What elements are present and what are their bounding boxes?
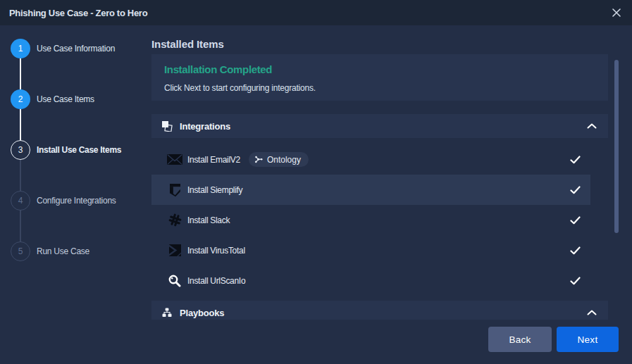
- banner-subtitle: Click Next to start configuring integrat…: [164, 83, 316, 93]
- step-circle-2[interactable]: 2: [11, 89, 30, 109]
- item-label: Install Slack: [187, 215, 230, 225]
- installed-check-icon: [569, 245, 581, 256]
- item-label: Install EmailV2: [187, 155, 240, 165]
- urlscanio-logo-icon: [167, 273, 182, 289]
- scrollbar[interactable]: [614, 60, 619, 233]
- item-row-siemplify[interactable]: Install Siemplify: [151, 175, 590, 205]
- step-label-4[interactable]: Configure Integrations: [37, 196, 116, 206]
- ontology-icon: [254, 156, 263, 163]
- step-number: 3: [18, 145, 23, 155]
- step-circle-1[interactable]: 1: [11, 39, 30, 58]
- section-header-integrations[interactable]: Integrations: [151, 114, 608, 138]
- virustotal-logo-icon: [167, 243, 182, 258]
- badge-label: Ontology: [267, 155, 301, 165]
- ontology-badge[interactable]: Ontology: [249, 152, 309, 167]
- item-row-virustotal[interactable]: Install VirusTotal: [151, 235, 590, 265]
- step-number: 4: [18, 196, 23, 206]
- close-icon[interactable]: [608, 4, 624, 20]
- step-label-5[interactable]: Run Use Case: [37, 246, 89, 256]
- section-label: Integrations: [180, 121, 230, 132]
- item-label: Install UrlScanIo: [187, 276, 245, 286]
- back-button[interactable]: Back: [488, 327, 552, 352]
- section-label: Playbooks: [180, 308, 224, 318]
- step-circle-4[interactable]: 4: [11, 191, 30, 211]
- slack-logo-icon: [167, 213, 182, 228]
- step-number: 1: [18, 44, 23, 54]
- dialog-title: Phishing Use Case - Zero to Hero: [9, 8, 147, 18]
- playbooks-icon: [161, 307, 173, 318]
- wizard-stepper: 1 Use Case Information 2 Use Case Items …: [0, 0, 151, 364]
- banner-title: Installation Completed: [164, 63, 272, 75]
- installation-banner: Installation Completed Click Next to sta…: [151, 54, 608, 101]
- integrations-icon: [161, 120, 173, 132]
- titlebar: Phishing Use Case - Zero to Hero: [0, 0, 632, 25]
- installed-check-icon: [569, 154, 581, 165]
- item-row-emailv2[interactable]: Install EmailV2 Ontology: [151, 144, 590, 175]
- step-circle-3[interactable]: 3: [11, 140, 30, 160]
- step-number: 2: [18, 94, 23, 104]
- wizard-dialog: Installed Items Installation Completed C…: [0, 0, 632, 364]
- item-label: Install VirusTotal: [187, 246, 245, 256]
- step-number: 5: [18, 246, 23, 256]
- item-row-urlscanio[interactable]: Install UrlScanIo: [151, 265, 590, 296]
- installed-check-icon: [569, 215, 581, 226]
- collapse-chevron-icon[interactable]: [586, 120, 597, 132]
- installed-check-icon: [569, 184, 581, 196]
- section-header-playbooks[interactable]: Playbooks: [151, 301, 608, 320]
- next-button[interactable]: Next: [557, 327, 619, 352]
- installed-check-icon: [569, 275, 581, 287]
- step-label-2[interactable]: Use Case Items: [37, 94, 94, 104]
- item-label: Install Siemplify: [187, 185, 242, 195]
- step-circle-5[interactable]: 5: [11, 241, 30, 261]
- siemplify-logo-icon: [167, 182, 182, 198]
- item-row-slack[interactable]: Install Slack: [151, 205, 590, 235]
- emailv2-logo-icon: [167, 152, 182, 168]
- step-label-1[interactable]: Use Case Information: [37, 44, 115, 54]
- step-label-3[interactable]: Install Use Case Items: [37, 145, 121, 155]
- collapse-chevron-icon[interactable]: [586, 307, 597, 318]
